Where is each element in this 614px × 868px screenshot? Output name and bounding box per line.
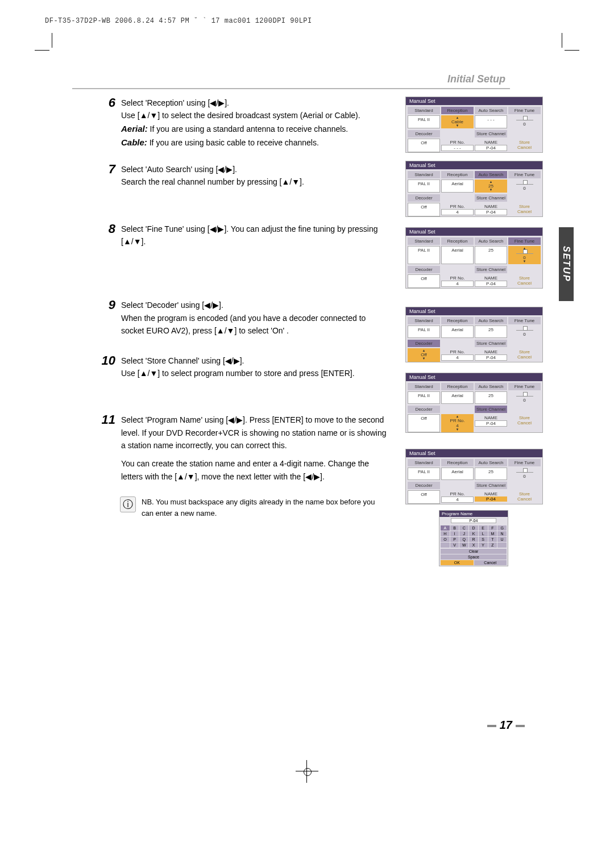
kb-key <box>441 542 450 548</box>
prno: PR No.4 <box>441 203 474 216</box>
name: NAMEP-04 <box>475 490 507 504</box>
line: Select 'Reception' using [◀/▶]. <box>121 97 388 109</box>
col: Decoder <box>408 482 440 489</box>
col: Decoder <box>408 266 440 273</box>
col: Auto Search <box>475 171 507 178</box>
menu-title: Manual Set <box>406 307 542 315</box>
kb-key: D <box>469 525 478 531</box>
kb-key: K <box>469 531 478 536</box>
menu-finetune: Manual Set Standard Reception Auto Searc… <box>405 227 543 289</box>
page: DF-T35-37D2P-WB 2006.8.24 4:57 PM ˘ ` 17… <box>35 17 579 851</box>
label: Aerial: <box>121 124 148 133</box>
kb-value: P-04 <box>451 518 496 523</box>
val: Aerial <box>441 391 474 404</box>
col: Standard <box>408 383 440 390</box>
step-text: Select 'Store Channel' using [◀/▶]. Use … <box>118 354 388 380</box>
col: Decoder <box>408 340 440 347</box>
col: Auto Search <box>475 237 507 245</box>
menu-title: Manual Set <box>406 449 542 457</box>
kb-key: Z <box>488 542 497 548</box>
kb-key: G <box>497 525 507 531</box>
line: Select 'Auto Search' using [◀/▶]. <box>121 163 388 176</box>
menu-title: Manual Set <box>406 97 542 105</box>
kb-key: X <box>469 542 478 548</box>
step-number: 8 <box>97 223 118 235</box>
kb-key: A <box>441 525 450 531</box>
val: 25 <box>475 246 507 264</box>
actions: StoreCancel <box>508 414 541 432</box>
side-tab: SETUP <box>559 227 574 301</box>
step-number: 11 <box>97 414 118 426</box>
kb-key: N <box>497 531 507 536</box>
col: Reception <box>441 237 474 245</box>
col: Store Channel <box>475 194 507 202</box>
kb-key: C <box>459 525 468 531</box>
line: Select 'Program Name' using [◀/▶]. Press… <box>121 414 388 452</box>
kb-key: U <box>497 537 507 542</box>
line: You can create the station name and ente… <box>121 457 388 483</box>
val: Off <box>408 490 440 504</box>
val: 0 <box>508 468 541 480</box>
step-number: 9 <box>97 299 118 311</box>
kb-clear: Clear <box>441 549 507 554</box>
step-number: 10 <box>97 354 118 367</box>
step-text: Select 'Fine Tune' using [◀/▶]. You can … <box>118 223 388 248</box>
col: Reception <box>441 383 474 390</box>
val: 25 <box>475 468 507 480</box>
val: - - - <box>475 115 507 128</box>
kb-key: H <box>441 531 450 536</box>
kb-key: P <box>450 537 459 542</box>
step-number: 6 <box>97 97 118 109</box>
val: 25 <box>475 180 507 193</box>
kb-key: B <box>450 525 459 531</box>
col: Auto Search <box>475 107 507 114</box>
kb-cancel: Cancel <box>474 560 507 565</box>
val: PAL II <box>408 180 440 193</box>
val: Off <box>408 203 440 216</box>
menu-store: Manual Set Standard Reception Auto Searc… <box>405 373 543 433</box>
col: Reception <box>441 317 474 324</box>
info-icon: ⓘ <box>120 496 136 512</box>
val: PAL II <box>408 246 440 264</box>
line: Search the real channel number by pressi… <box>121 176 388 188</box>
val: Aerial <box>441 180 474 193</box>
actions: StoreCancel <box>508 139 541 152</box>
kb-key: O <box>441 537 450 542</box>
col: Store Channel <box>475 406 507 413</box>
keyboard-wrap: Program Name P-04 ABCDEFGHIJKLMNOPQRSTUV… <box>405 510 542 566</box>
step-text: Select 'Decoder' using [◀/▶]. When the p… <box>118 299 388 337</box>
col: Reception <box>441 459 474 466</box>
kb-key: W <box>459 542 468 548</box>
col: Standard <box>408 317 440 324</box>
line: Select 'Fine Tune' using [◀/▶]. You can … <box>121 223 388 248</box>
kb-ok: OK <box>441 560 474 565</box>
col: Fine Tune <box>508 107 541 114</box>
section-title: Initial Setup <box>447 73 505 85</box>
text: If you are using basic cable to receive … <box>150 138 319 147</box>
kb-key: S <box>479 537 488 542</box>
step-text: Select 'Program Name' using [◀/▶]. Press… <box>118 414 388 483</box>
col: Fine Tune <box>508 237 541 245</box>
prno: PR No.4 <box>441 414 474 432</box>
line: When the program is encoded (and you hav… <box>121 312 388 337</box>
val: 0 <box>508 326 541 338</box>
name: NAMEP-04 <box>475 139 507 152</box>
col: Store Channel <box>475 340 507 347</box>
col: Store Channel <box>475 130 507 137</box>
kb-key: E <box>479 525 488 531</box>
step-text: Select 'Auto Search' using [◀/▶]. Search… <box>118 163 388 189</box>
actions: StoreCancel <box>508 274 541 288</box>
prno: PR No.4 <box>441 490 474 504</box>
val: 0 <box>508 391 541 404</box>
menu-title: Manual Set <box>406 161 542 169</box>
kb-title: Program Name <box>439 511 508 517</box>
name: NAMEP-04 <box>475 414 507 432</box>
kb-key: J <box>459 531 468 536</box>
val: Off <box>408 348 440 362</box>
actions: StoreCancel <box>508 490 541 504</box>
kb-grid: ABCDEFGHIJKLMNOPQRSTUVWXYZ <box>439 524 508 549</box>
val: PAL II <box>408 391 440 404</box>
col: Store Channel <box>475 482 507 489</box>
line: Select 'Store Channel' using [◀/▶]. <box>121 354 388 367</box>
kb-row: Space <box>439 554 508 560</box>
